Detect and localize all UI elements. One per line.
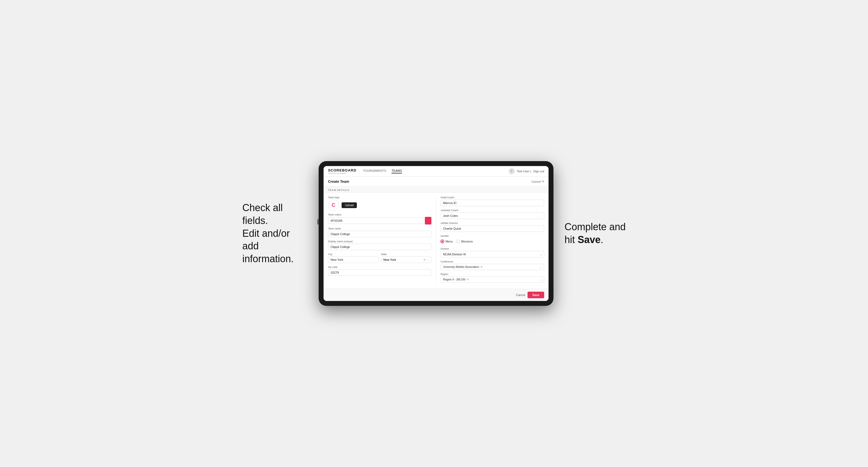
region-group: Region Region II - (M) DIII ✕ ⌄ bbox=[440, 273, 544, 283]
womens-radio-dot bbox=[456, 240, 460, 243]
right-annotation: Complete andhit Save. bbox=[564, 221, 625, 246]
logo-sub: Powered by clippd bbox=[328, 172, 356, 174]
color-input-row bbox=[328, 217, 431, 224]
zip-code-group: Zip code bbox=[328, 266, 431, 276]
tablet-screen: SCOREBOARD Powered by clippd TOURNAMENTS… bbox=[323, 166, 549, 301]
nav-teams[interactable]: TEAMS bbox=[392, 169, 402, 174]
left-annotation: Check all fields.Edit and/or addinformat… bbox=[242, 201, 308, 266]
state-clear-icon[interactable]: ✕ bbox=[423, 258, 426, 261]
gender-radio-group: Mens Womens bbox=[440, 238, 544, 245]
gender-label: Gender bbox=[440, 235, 544, 237]
gender-mens-option[interactable]: Mens bbox=[440, 240, 453, 243]
form-left: Team logo C Upload Team colour bbox=[328, 196, 436, 285]
sign-out-link[interactable]: Sign out bbox=[533, 169, 544, 173]
navbar: SCOREBOARD Powered by clippd TOURNAMENTS… bbox=[323, 166, 549, 177]
form-container: Create Team Cancel ✕ TEAM DETAILS Team l… bbox=[323, 177, 549, 301]
athletic-director-label: Athletic Director bbox=[440, 222, 544, 224]
city-label: City bbox=[328, 253, 379, 256]
display-name-label: Display name (unique) bbox=[328, 240, 431, 243]
state-select[interactable]: New York bbox=[383, 257, 423, 263]
user-avatar: T bbox=[509, 168, 515, 174]
division-select[interactable]: NCAA Division III bbox=[440, 251, 544, 257]
region-tag: Region II - (M) DIII ✕ bbox=[443, 278, 469, 281]
zip-label: Zip code bbox=[328, 266, 431, 269]
form-header: Create Team Cancel ✕ bbox=[323, 177, 549, 187]
region-clear-icon[interactable]: ✕ bbox=[467, 278, 469, 281]
logo-circle: C bbox=[328, 199, 339, 211]
zip-input[interactable] bbox=[328, 269, 431, 276]
form-right: Head Coach Assistant Coach Athletic Dire… bbox=[436, 196, 544, 285]
upload-button[interactable]: Upload bbox=[342, 203, 357, 208]
mens-radio-dot bbox=[440, 240, 444, 243]
nav-tournaments[interactable]: TOURNAMENTS bbox=[363, 169, 386, 174]
city-state-group: City State New York ✕ bbox=[328, 253, 431, 263]
athletic-director-group: Athletic Director bbox=[440, 222, 544, 232]
gender-womens-option[interactable]: Womens bbox=[456, 240, 473, 243]
state-chevron-icon: ⌄ bbox=[427, 258, 429, 261]
cancel-top-button[interactable]: Cancel ✕ bbox=[531, 180, 544, 183]
assistant-coach-group: Assistant Coach bbox=[440, 209, 544, 219]
nav-right: T Test User | Sign out bbox=[509, 168, 545, 174]
team-name-label: Team name bbox=[328, 227, 431, 230]
team-logo-label: Team logo bbox=[328, 196, 431, 199]
team-name-input[interactable] bbox=[328, 231, 431, 237]
conference-tag: University Athletic Association ✕ bbox=[443, 265, 483, 269]
tablet-frame: SCOREBOARD Powered by clippd TOURNAMENTS… bbox=[319, 161, 554, 306]
conference-clear-icon[interactable]: ✕ bbox=[480, 265, 483, 269]
logo-text: SCOREBOARD bbox=[328, 168, 356, 172]
region-label: Region bbox=[440, 273, 544, 276]
team-colour-input[interactable] bbox=[328, 217, 423, 224]
assistant-coach-label: Assistant Coach bbox=[440, 209, 544, 212]
nav-links: TOURNAMENTS TEAMS bbox=[363, 169, 508, 174]
display-name-group: Display name (unique) bbox=[328, 240, 431, 250]
form-title: Create Team bbox=[328, 180, 349, 184]
save-button[interactable]: Save bbox=[528, 292, 545, 298]
city-subgroup: City bbox=[328, 253, 379, 263]
state-subgroup: State New York ✕ ⌄ bbox=[381, 253, 432, 263]
athletic-director-input[interactable] bbox=[440, 225, 544, 232]
region-tag-select[interactable]: Region II - (M) DIII ✕ ⌄ bbox=[440, 276, 544, 283]
conference-label: Conference bbox=[440, 260, 544, 263]
cancel-button[interactable]: Cancel bbox=[516, 293, 525, 297]
state-select-container: New York ✕ ⌄ bbox=[381, 256, 432, 263]
region-chevron-icon: ⌄ bbox=[539, 278, 542, 281]
head-coach-group: Head Coach bbox=[440, 196, 544, 206]
team-colour-group: Team colour bbox=[328, 213, 431, 224]
logo-upload-area: C Upload bbox=[328, 199, 431, 211]
city-input[interactable] bbox=[328, 256, 379, 263]
division-label: Division bbox=[440, 247, 544, 250]
user-label: Test User | bbox=[517, 169, 531, 173]
conference-tag-select[interactable]: University Athletic Association ✕ ⌄ bbox=[440, 264, 544, 270]
form-body: Team logo C Upload Team colour bbox=[323, 193, 549, 289]
division-select-wrapper: NCAA Division III ⌄ bbox=[440, 251, 544, 257]
conference-chevron-icon: ⌄ bbox=[539, 266, 542, 269]
head-coach-label: Head Coach bbox=[440, 196, 544, 199]
team-logo-group: Team logo C Upload bbox=[328, 196, 431, 211]
page-wrapper: Check all fields.Edit and/or addinformat… bbox=[11, 161, 857, 306]
team-name-group: Team name bbox=[328, 227, 431, 237]
display-name-input[interactable] bbox=[328, 244, 431, 250]
close-icon: ✕ bbox=[542, 180, 544, 183]
form-footer: Cancel Save bbox=[323, 289, 549, 301]
division-group: Division NCAA Division III ⌄ bbox=[440, 247, 544, 257]
tablet-side-button bbox=[317, 219, 318, 224]
section-label: TEAM DETAILS bbox=[323, 187, 549, 193]
state-label: State bbox=[381, 253, 432, 256]
logo-area: SCOREBOARD Powered by clippd bbox=[328, 168, 356, 174]
conference-group: Conference University Athletic Associati… bbox=[440, 260, 544, 270]
color-swatch[interactable] bbox=[425, 217, 431, 224]
gender-group: Gender Mens Womens bbox=[440, 235, 544, 245]
head-coach-input[interactable] bbox=[440, 199, 544, 206]
assistant-coach-input[interactable] bbox=[440, 213, 544, 219]
city-state-row: City State New York ✕ bbox=[328, 253, 431, 263]
team-colour-label: Team colour bbox=[328, 213, 431, 216]
